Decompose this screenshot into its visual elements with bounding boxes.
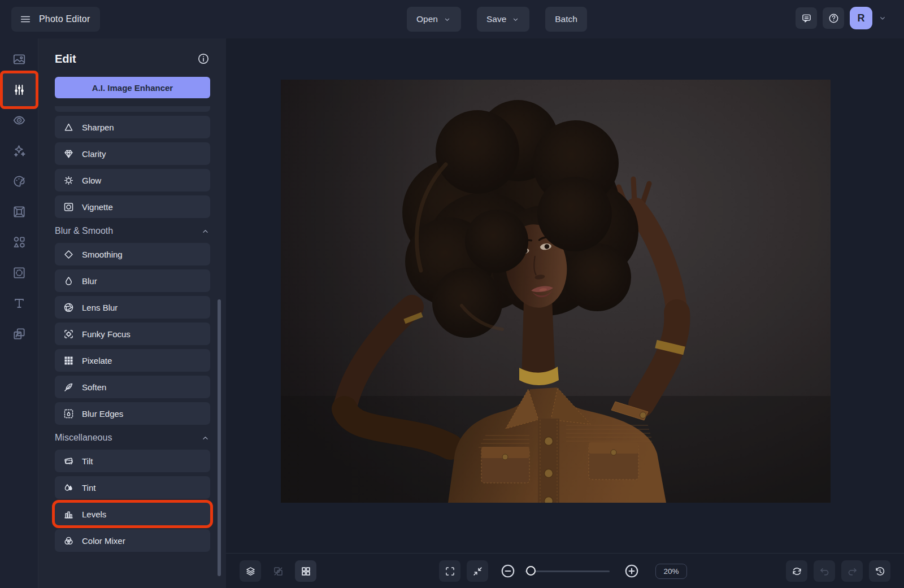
edit-tool-blur[interactable]: Blur — [55, 269, 210, 292]
tool-label: Color Mixer — [82, 536, 125, 546]
save-button[interactable]: Save — [477, 7, 529, 32]
open-label: Open — [416, 14, 438, 24]
reset-button[interactable] — [786, 560, 807, 582]
batch-button[interactable]: Batch — [545, 7, 587, 32]
sparkles-icon — [12, 143, 27, 158]
zoom-controls: 20% — [439, 554, 687, 588]
group-header-blur-smooth[interactable]: Blur & Smooth — [55, 226, 210, 236]
colormixer-icon — [63, 535, 75, 547]
zoom-in-button[interactable] — [623, 563, 640, 580]
edit-tool-blur-edges[interactable]: Blur Edges — [55, 402, 210, 425]
edit-tool-glow[interactable]: Glow — [55, 169, 210, 191]
edit-tool-sharpen[interactable]: Sharpen — [55, 116, 210, 138]
tool-label: Clarity — [82, 149, 106, 159]
compare-icon — [272, 565, 284, 577]
rail-item-frames[interactable] — [4, 197, 34, 227]
undo-button[interactable] — [814, 560, 835, 582]
avatar[interactable]: R — [850, 7, 872, 29]
tilt-icon — [63, 455, 75, 467]
tool-label: Lens Blur — [82, 303, 118, 312]
view-options — [240, 554, 316, 588]
edit-tool-smoothing[interactable]: Smoothing — [55, 243, 210, 265]
rail-item-edit[interactable] — [4, 75, 34, 105]
rail-item-photo-manager[interactable] — [4, 44, 34, 75]
ai-image-enhancer-button[interactable]: A.I. Image Enhancer — [55, 77, 210, 98]
fullscreen-icon — [444, 565, 456, 577]
zoom-slider-knob[interactable] — [526, 566, 536, 576]
palette-icon — [12, 174, 27, 189]
edit-tool-tint[interactable]: Tint — [55, 476, 210, 499]
edit-tool-vignette[interactable]: Vignette — [55, 195, 210, 218]
zoom-slider-track[interactable] — [525, 570, 610, 572]
top-bar: Photo Editor OpenSaveBatch R — [0, 0, 904, 38]
edit-tool-levels[interactable]: Levels — [55, 503, 210, 525]
shapes-icon — [12, 235, 27, 250]
layers-button[interactable] — [240, 560, 261, 582]
zoom-level-value[interactable]: 20% — [655, 564, 687, 579]
history-button[interactable] — [869, 560, 890, 582]
edit-tool-tilt[interactable]: Tilt — [55, 450, 210, 472]
chevron-down-icon — [511, 15, 520, 24]
fit-to-screen-button[interactable] — [467, 560, 488, 582]
tool-label: Smoothing — [82, 250, 123, 259]
edit-tool-pixelate[interactable]: Pixelate — [55, 349, 210, 372]
group-header-miscellaneous[interactable]: Miscellaneous — [55, 433, 210, 443]
fullscreen-button[interactable] — [439, 560, 460, 582]
edit-tool-partial[interactable] — [55, 106, 210, 112]
rail-item-artsy[interactable] — [4, 166, 34, 197]
tint-icon — [63, 482, 75, 494]
rail-item-overlays[interactable] — [4, 258, 34, 288]
edit-tool-lens-blur[interactable]: Lens Blur — [55, 296, 210, 319]
edit-tool-funky-focus[interactable]: Funky Focus — [55, 323, 210, 345]
tool-label: Funky Focus — [82, 329, 131, 339]
help-icon — [828, 12, 840, 24]
vignette-icon — [63, 201, 75, 213]
account-chevron-down-icon[interactable] — [878, 14, 887, 23]
tool-label: Tilt — [82, 456, 93, 466]
diamond-icon — [63, 249, 75, 260]
bluredges-icon — [63, 408, 75, 420]
chevron-down-icon — [443, 15, 451, 24]
eye-icon — [12, 113, 27, 128]
panel-scrollbar[interactable] — [218, 299, 221, 576]
levels-icon — [63, 508, 75, 520]
zoom-out-button[interactable] — [499, 563, 516, 580]
help-button[interactable] — [823, 7, 844, 29]
rail-item-textures[interactable] — [4, 319, 34, 349]
gem-icon — [63, 148, 75, 160]
chevron-up-icon — [201, 433, 210, 443]
redo-button[interactable] — [841, 560, 863, 582]
panel-title: Edit — [55, 53, 76, 66]
rail-item-text[interactable] — [4, 288, 34, 319]
tool-label: Sharpen — [82, 123, 114, 132]
info-icon[interactable] — [197, 52, 210, 66]
tool-label: Tint — [82, 483, 95, 493]
chevron-up-icon — [201, 227, 210, 236]
save-label: Save — [486, 14, 506, 24]
redo-icon — [846, 565, 858, 577]
feedback-button[interactable] — [796, 7, 817, 29]
grid-view-button[interactable] — [295, 560, 316, 582]
batch-label: Batch — [555, 14, 577, 24]
rail-item-graphics[interactable] — [4, 227, 34, 258]
photo-canvas — [281, 80, 831, 503]
tool-label: Glow — [82, 176, 101, 185]
edit-tool-soften[interactable]: Soften — [55, 376, 210, 398]
hamburger-icon — [19, 13, 32, 25]
rail-item-touch-up[interactable] — [4, 105, 34, 136]
image-icon — [12, 52, 27, 67]
canvas-area — [226, 38, 904, 553]
compare-button[interactable] — [267, 560, 289, 582]
main-menu-button[interactable]: Photo Editor — [11, 7, 100, 32]
frame-icon — [12, 204, 27, 219]
edit-tool-color-mixer[interactable]: Color Mixer — [55, 529, 210, 552]
layers-icon — [245, 565, 257, 577]
zoom-slider[interactable] — [525, 565, 610, 577]
focus-icon — [63, 328, 75, 340]
edit-tool-clarity[interactable]: Clarity — [55, 142, 210, 165]
tool-rail — [0, 38, 38, 588]
canvas-toolbar: 20% — [226, 553, 904, 588]
rail-item-effects[interactable] — [4, 136, 34, 166]
open-button[interactable]: Open — [407, 7, 461, 32]
triangle-icon — [63, 121, 75, 133]
